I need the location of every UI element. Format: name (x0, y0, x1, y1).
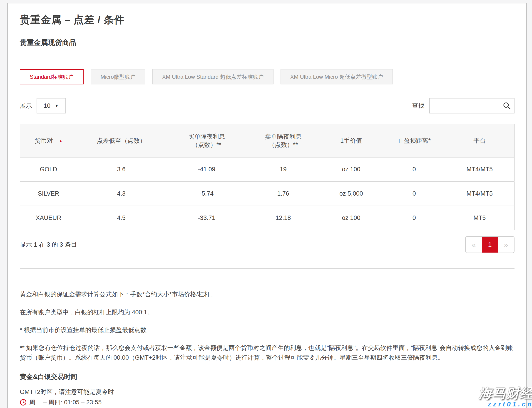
cell-lot-value: oz 100 (319, 157, 383, 181)
column-header-limit-stop[interactable]: 止盈损距离* (383, 124, 445, 157)
pagination: « 1 » (465, 236, 514, 253)
section-divider (20, 268, 514, 269)
search-icon[interactable] (502, 101, 511, 110)
cell-limit-stop: 0 (383, 157, 445, 181)
page-subtitle: 贵重金属现货商品 (20, 38, 514, 47)
spreads-table: 货币对▲ 点差低至（点数） 买单隔夜利息 （点数）** 卖单隔夜利息 （点数）*… (20, 124, 514, 230)
cell-limit-stop: 0 (383, 181, 445, 206)
cell-long-swap: -33.71 (166, 206, 247, 230)
table-controls: 展示 10 ▼ 查找 (20, 98, 514, 113)
cell-symbol: SILVER (20, 181, 77, 206)
cell-platform: MT5 (445, 206, 514, 230)
cell-limit-stop: 0 (383, 206, 445, 230)
tab-ultra-low-standard-account[interactable]: XM Ultra Low Standard 超低点差标准账户 (152, 69, 274, 85)
account-type-tabs: Standard标准账户 Micro微型账户 XM Ultra Low Stan… (20, 69, 514, 85)
chevrons-left-icon: « (471, 240, 476, 249)
table-row: GOLD 3.6 -41.09 19 oz 100 0 MT4/MT5 (20, 157, 514, 181)
schedule-weekdays-text: 周一 – 周四: 01:05 – 23:55 (29, 398, 102, 406)
margin-formula-note: 黄金和白银的保证金需求计算公式如下：手数*合约大小*市场价格/杠杆。 (20, 289, 514, 299)
sort-ascending-icon: ▲ (59, 139, 62, 143)
trading-hours-heading: 黄金&白银交易时间 (20, 372, 514, 382)
cell-symbol: GOLD (20, 157, 77, 181)
clock-icon (20, 399, 27, 406)
tab-standard-account[interactable]: Standard标准账户 (20, 69, 84, 85)
stop-level-note: * 根据当前市价设置挂单的最低止损盈最低点数 (20, 325, 514, 335)
entries-summary: 显示 1 在 3 的 3 条目 (20, 240, 77, 249)
leverage-note: 在所有账户类型中，白银的杠杆上限均为 400:1。 (20, 307, 514, 317)
schedule-row-weekdays: 周一 – 周四: 01:05 – 23:55 (20, 398, 514, 406)
column-header-spread[interactable]: 点差低至（点数） (77, 124, 166, 157)
page-size-value: 10 (44, 102, 50, 109)
timezone-note: GMT+2时区，请注意可能是夏令时 (20, 388, 514, 396)
table-footer: 显示 1 在 3 的 3 条目 « 1 » (20, 236, 514, 253)
table-row: SILVER 4.3 -5.74 1.76 oz 5,000 0 MT4/MT5 (20, 181, 514, 206)
cell-long-swap: -41.09 (166, 157, 247, 181)
cell-symbol: XAUEUR (20, 206, 77, 230)
pagination-prev-button[interactable]: « (466, 237, 482, 253)
page-title: 贵重金属 – 点差 / 条件 (20, 13, 514, 26)
cell-short-swap: 19 (247, 157, 319, 181)
swap-note: ** 如果您有仓位持仓过夜的话，那么您会支付或者获取一些金额，该金额便是两个货币… (20, 343, 514, 362)
cell-lot-value: oz 5,000 (319, 181, 383, 206)
pagination-next-button[interactable]: » (498, 237, 514, 253)
cell-spread: 3.6 (77, 157, 166, 181)
chevron-down-icon: ▼ (54, 103, 59, 108)
column-header-long-swap[interactable]: 买单隔夜利息 （点数）** (166, 124, 247, 157)
cell-platform: MT4/MT5 (445, 157, 514, 181)
cell-spread: 4.5 (77, 206, 166, 230)
show-entries-label: 展示 (20, 102, 32, 110)
table-row: XAUEUR 4.5 -33.71 12.18 oz 100 0 MT5 (20, 206, 514, 230)
tab-micro-account[interactable]: Micro微型账户 (91, 69, 145, 85)
search-label: 查找 (412, 102, 424, 110)
search-field-wrap (429, 98, 514, 113)
column-header-platform[interactable]: 平台 (445, 124, 514, 157)
cell-lot-value: oz 100 (319, 206, 383, 230)
search-input[interactable] (429, 98, 514, 113)
cell-spread: 4.3 (77, 181, 166, 206)
table-header-row: 货币对▲ 点差低至（点数） 买单隔夜利息 （点数）** 卖单隔夜利息 （点数）*… (20, 124, 514, 157)
column-header-symbol[interactable]: 货币对▲ (20, 124, 77, 157)
cell-short-swap: 1.76 (247, 181, 319, 206)
tab-ultra-low-micro-account[interactable]: XM Ultra Low Micro 超低点差微型账户 (281, 69, 393, 85)
cell-platform: MT4/MT5 (445, 181, 514, 206)
column-header-short-swap[interactable]: 卖单隔夜利息 （点数）** (247, 124, 319, 157)
chevrons-right-icon: » (504, 240, 508, 249)
page-size-select[interactable]: 10 ▼ (36, 98, 66, 113)
cell-short-swap: 12.18 (247, 206, 319, 230)
column-header-lot-value[interactable]: 1手价值 (319, 124, 383, 157)
content-panel: 贵重金属 – 点差 / 条件 贵重金属现货商品 Standard标准账户 Mic… (7, 3, 527, 408)
cell-long-swap: -5.74 (166, 181, 247, 206)
pagination-page-1-button[interactable]: 1 (482, 237, 498, 253)
